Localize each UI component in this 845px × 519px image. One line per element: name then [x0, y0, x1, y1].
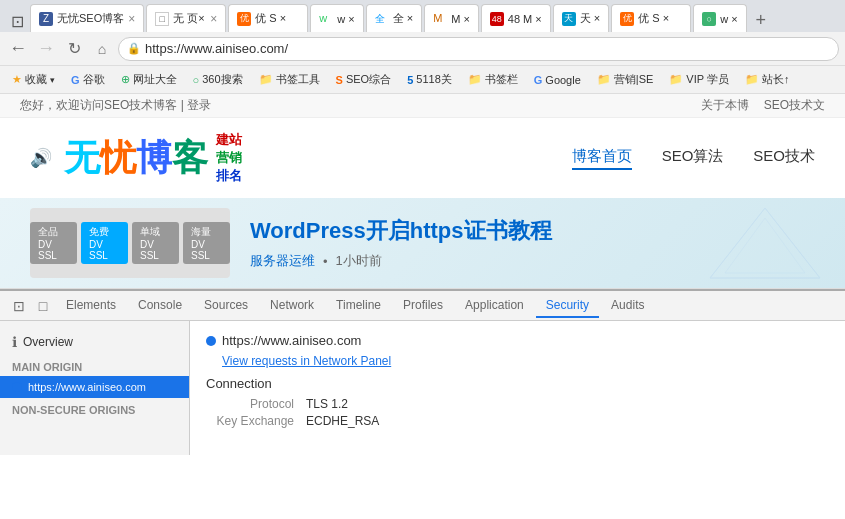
- bookmark-google[interactable]: G 谷歌: [65, 70, 111, 89]
- bookmark-label: 书签工具: [276, 72, 320, 87]
- tab-m[interactable]: M M ×: [424, 4, 479, 32]
- tab-w[interactable]: w w ×: [310, 4, 363, 32]
- lock-icon: 🔒: [127, 42, 141, 55]
- bookmark-360[interactable]: ○ 360搜索: [187, 70, 249, 89]
- devtools-main-panel: https://www.ainiseo.com View requests in…: [190, 321, 845, 455]
- inspect-icon[interactable]: ⊡: [6, 10, 28, 32]
- bookmark-label: 5118关: [416, 72, 451, 87]
- bookmark-vip[interactable]: 📁 VIP 学员: [663, 70, 735, 89]
- tab-quan[interactable]: 全 全 ×: [366, 4, 422, 32]
- bookmark-label: VIP 学员: [686, 72, 729, 87]
- ssl-tab-dan[interactable]: 单域DV SSL: [132, 222, 179, 264]
- logo-side-text: 建站 营销 排名: [216, 131, 242, 186]
- inspect-element-icon[interactable]: ⊡: [8, 295, 30, 317]
- chevron-down-icon: ▾: [50, 75, 55, 85]
- home-button[interactable]: ⌂: [90, 37, 114, 61]
- view-requests-link[interactable]: View requests in Network Panel: [222, 354, 829, 368]
- banner-category[interactable]: 服务器运维: [250, 252, 315, 270]
- bookmark-label: 网址大全: [133, 72, 177, 87]
- tab-you-s-active[interactable]: 优 优 S ×: [611, 4, 691, 32]
- tab-favicon-2: □: [155, 12, 169, 26]
- back-button[interactable]: ←: [6, 37, 30, 61]
- ssl-tab-hai[interactable]: 海量DV SSL: [183, 222, 230, 264]
- sidebar-item-ainiseo[interactable]: https://www.ainiseo.com: [0, 376, 189, 398]
- tab-you-s[interactable]: 优 优 S ×: [228, 4, 308, 32]
- bookmark-label: Google: [545, 74, 580, 86]
- star-icon: ★: [12, 73, 22, 86]
- devtools-sidebar: ℹ Overview Main Origin https://www.ainis…: [0, 321, 190, 455]
- refresh-button[interactable]: ↻: [62, 37, 86, 61]
- tab-close-2-icon[interactable]: ×: [210, 12, 217, 26]
- tab-timeline[interactable]: Timeline: [326, 294, 391, 318]
- tab-label-10: w ×: [720, 13, 737, 25]
- tab-favicon: Z: [39, 12, 53, 26]
- site-top-bar: 您好，欢迎访问SEO技术博客 | 登录 关于本博 SEO技术文: [0, 94, 845, 118]
- sidebar-overview-label: Overview: [23, 335, 73, 349]
- banner-dot: •: [323, 254, 328, 269]
- logo-side2: 营销: [216, 149, 242, 167]
- tab-security[interactable]: Security: [536, 294, 599, 318]
- logo-bo: 博: [136, 137, 172, 178]
- tab-profiles[interactable]: Profiles: [393, 294, 453, 318]
- new-tab-button[interactable]: +: [749, 8, 773, 32]
- tab-z[interactable]: Z 无忧SEO博客 ×: [30, 4, 144, 32]
- tab-audits[interactable]: Audits: [601, 294, 654, 318]
- device-toggle-icon[interactable]: □: [32, 295, 54, 317]
- bookmark-folder1[interactable]: 📁 书签栏: [462, 70, 524, 89]
- connection-title: Connection: [206, 376, 829, 391]
- bookmark-shuqian[interactable]: 📁 书签工具: [253, 70, 326, 89]
- tab-favicon-4: w: [319, 12, 333, 26]
- tab-application[interactable]: Application: [455, 294, 534, 318]
- tab-favicon-7: 48: [490, 12, 504, 26]
- connection-section: Connection Protocol TLS 1.2 Key Exchange…: [206, 376, 829, 428]
- tab-sources[interactable]: Sources: [194, 294, 258, 318]
- logo-you: 忧: [100, 137, 136, 178]
- about-link[interactable]: 关于本博: [701, 97, 749, 114]
- tab-label-5: 全 ×: [393, 11, 413, 26]
- tab-favicon-9: 优: [620, 12, 634, 26]
- logo-side3: 排名: [216, 167, 242, 185]
- bookmark-label: 360搜索: [202, 72, 242, 87]
- tab-network[interactable]: Network: [260, 294, 324, 318]
- bookmark-wangzhi[interactable]: ⊕ 网址大全: [115, 70, 183, 89]
- tab-label-4: w ×: [337, 13, 354, 25]
- bookmark-seo[interactable]: S SEO综合: [330, 70, 398, 89]
- tab-console[interactable]: Console: [128, 294, 192, 318]
- address-bar[interactable]: 🔒 https://www.ainiseo.com/: [118, 37, 839, 61]
- bookmark-google2[interactable]: G Google: [528, 72, 587, 88]
- tab-w2[interactable]: ○ w ×: [693, 4, 746, 32]
- tab-favicon-3: 优: [237, 12, 251, 26]
- logo-main-text: 无忧博客: [64, 134, 208, 183]
- sidebar-item-overview[interactable]: ℹ Overview: [0, 329, 189, 355]
- bookmark-5118[interactable]: 5 5118关: [401, 70, 458, 89]
- origin-url-text: https://www.ainiseo.com: [222, 333, 361, 348]
- nav-home[interactable]: 博客首页: [572, 147, 632, 170]
- tab-48m[interactable]: 48 48 M ×: [481, 4, 551, 32]
- protocol-row: Protocol TLS 1.2: [206, 397, 829, 411]
- welcome-text: 您好，欢迎访问SEO技术博客 | 登录: [20, 97, 211, 114]
- nav-tech[interactable]: SEO技术: [753, 147, 815, 170]
- tab-tian[interactable]: 天 天 ×: [553, 4, 609, 32]
- forward-button[interactable]: →: [34, 37, 58, 61]
- bookmark-label: 站长↑: [762, 72, 790, 87]
- bookmark-favorites[interactable]: ★ 收藏 ▾: [6, 70, 61, 89]
- tab-box[interactable]: □ 无 页× ×: [146, 4, 226, 32]
- ssl-tab-active[interactable]: 免费DV SSL: [81, 222, 128, 264]
- banner-left-image: 全品DV SSL 免费DV SSL 单域DV SSL 海量DV SSL: [30, 208, 230, 278]
- svg-line-3: [765, 208, 820, 278]
- bookmark-zhangzhang[interactable]: 📁 站长↑: [739, 70, 796, 89]
- nav-algo[interactable]: SEO算法: [662, 147, 724, 170]
- logo-ke: 客: [172, 137, 208, 178]
- key-exchange-value: ECDHE_RSA: [306, 414, 379, 428]
- seo-tech-link[interactable]: SEO技术文: [764, 97, 825, 114]
- ssl-tab-quanbu[interactable]: 全品DV SSL: [30, 222, 77, 264]
- tab-label-8: 天 ×: [580, 11, 600, 26]
- tab-elements[interactable]: Elements: [56, 294, 126, 318]
- site-nav: 博客首页 SEO算法 SEO技术: [572, 147, 815, 170]
- folder5-icon: 📁: [745, 73, 759, 86]
- devtools: ⊡ □ Elements Console Sources Network Tim…: [0, 289, 845, 455]
- bookmark-yingxiao[interactable]: 📁 营销|SE: [591, 70, 660, 89]
- bookmark-label: 书签栏: [485, 72, 518, 87]
- tab-close-icon[interactable]: ×: [128, 12, 135, 26]
- site-logo: 🔊 无忧博客 建站 营销 排名: [30, 131, 242, 186]
